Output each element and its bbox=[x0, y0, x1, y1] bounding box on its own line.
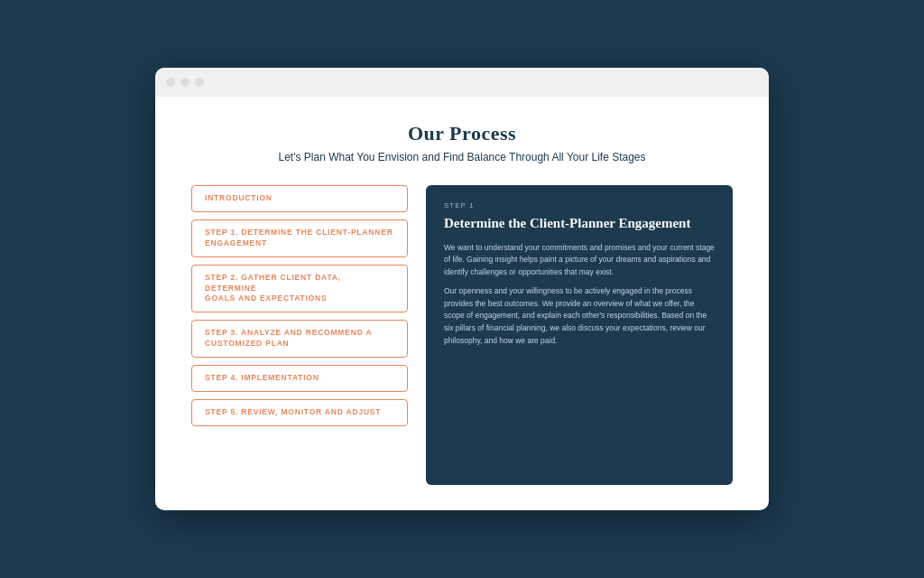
browser-content: Our Process Let's Plan What You Envision… bbox=[155, 97, 769, 510]
nav-item-step3[interactable]: STEP 3. ANALYZE AND RECOMMEND ACUSTOMIZE… bbox=[191, 320, 408, 358]
browser-titlebar bbox=[155, 68, 769, 97]
nav-item-step1[interactable]: STEP 1. DETERMINE THE CLIENT-PLANNERENGA… bbox=[191, 219, 408, 257]
nav-item-label: STEP 3. ANALYZE AND RECOMMEND ACUSTOMIZE… bbox=[205, 328, 394, 350]
step-body: We want to understand your commitments a… bbox=[444, 242, 715, 348]
step-title: Determine the Client-Planner Engagement bbox=[444, 215, 715, 233]
page-title: Our Process bbox=[191, 122, 733, 145]
browser-dot-yellow bbox=[180, 78, 189, 87]
nav-item-label: STEP 5. REVIEW, MONITOR AND ADJUST bbox=[205, 407, 394, 418]
page-subtitle: Let's Plan What You Envision and Find Ba… bbox=[191, 151, 733, 163]
nav-item-label: STEP 2. GATHER CLIENT DATA, DETERMINEGOA… bbox=[205, 273, 394, 305]
browser-dot-red bbox=[166, 78, 175, 87]
nav-item-label: STEP 4. IMPLEMENTATION bbox=[205, 373, 394, 384]
right-panel: STEP 1 Determine the Client-Planner Enga… bbox=[426, 185, 733, 485]
step-paragraph-1: We want to understand your commitments a… bbox=[444, 242, 715, 279]
step-paragraph-2: Our openness and your willingness to be … bbox=[444, 285, 715, 347]
nav-item-label: INTRODUCTION bbox=[205, 193, 394, 204]
nav-item-step4[interactable]: STEP 4. IMPLEMENTATION bbox=[191, 365, 408, 392]
browser-window: Our Process Let's Plan What You Envision… bbox=[155, 68, 769, 510]
nav-item-introduction[interactable]: INTRODUCTION bbox=[191, 185, 408, 212]
main-layout: INTRODUCTION STEP 1. DETERMINE THE CLIEN… bbox=[191, 185, 733, 485]
left-panel: INTRODUCTION STEP 1. DETERMINE THE CLIEN… bbox=[191, 185, 408, 485]
step-label: STEP 1 bbox=[444, 201, 715, 210]
nav-item-step5[interactable]: STEP 5. REVIEW, MONITOR AND ADJUST bbox=[191, 399, 408, 426]
nav-item-label: STEP 1. DETERMINE THE CLIENT-PLANNERENGA… bbox=[205, 228, 394, 249]
page-header: Our Process Let's Plan What You Envision… bbox=[191, 122, 733, 163]
browser-dot-green bbox=[195, 78, 204, 87]
nav-item-step2[interactable]: STEP 2. GATHER CLIENT DATA, DETERMINEGOA… bbox=[191, 265, 408, 313]
